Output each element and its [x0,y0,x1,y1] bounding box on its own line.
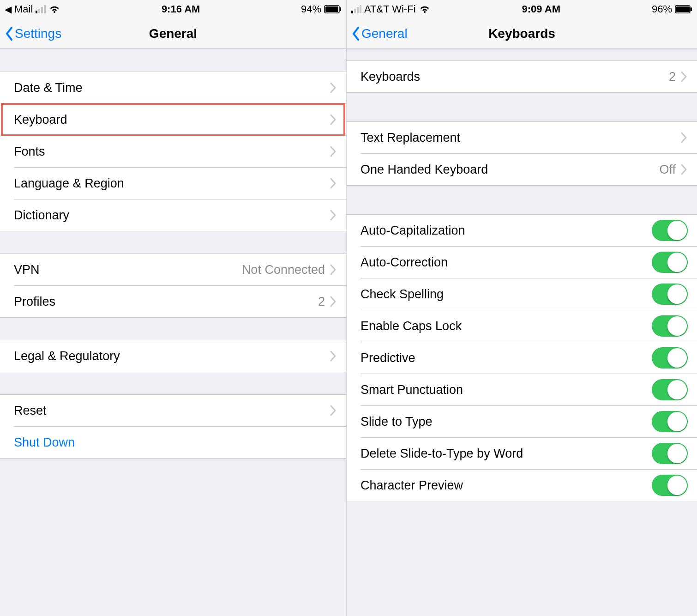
row-reset[interactable]: Reset [0,395,346,426]
row-label: Profiles [14,295,318,309]
chevron-right-icon [330,264,337,276]
carrier-label: AT&T Wi-Fi [364,3,416,15]
battery-icon [324,5,342,13]
status-time: 9:16 AM [162,3,200,15]
row-label: Reset [14,404,330,418]
row-label: Enable Caps Lock [361,319,652,333]
row-value: 2 [318,295,325,309]
row-predictive: Predictive [347,342,697,374]
svg-rect-1 [325,6,338,12]
row-label: Keyboard [14,113,330,127]
chevron-left-icon [351,26,361,41]
row-value: Not Connected [242,263,325,277]
chevron-right-icon [330,296,337,308]
nav-bar: Settings General [0,18,346,49]
status-bar: AT&T Wi-Fi 9:09 AM 96% [347,0,697,18]
toggle-enable-caps-lock[interactable] [652,315,688,337]
chevron-left-icon [5,26,14,41]
toggle-group: Auto-Capitalization Auto-Correction Chec… [347,215,697,501]
toggle-character-preview[interactable] [652,475,688,496]
row-legal[interactable]: Legal & Regulatory [0,340,346,372]
row-delete-slide-to-type-by-word: Delete Slide-to-Type by Word [347,438,697,469]
chevron-right-icon [330,114,337,126]
row-label: Dictionary [14,208,330,223]
row-keyboards[interactable]: Keyboards 2 [347,61,697,92]
toggle-auto-capitalization[interactable] [652,220,688,241]
row-date-time[interactable]: Date & Time [0,72,346,103]
chevron-right-icon [330,177,337,189]
nav-back-label: General [361,26,408,41]
wifi-icon [48,5,60,14]
screen-keyboards: AT&T Wi-Fi 9:09 AM 96% General Keyboards… [346,0,697,616]
row-smart-punctuation: Smart Punctuation [347,374,697,405]
settings-group-1: Date & Time Keyboard Fonts Language & Re… [0,72,346,231]
cellular-signal-icon [351,5,361,13]
row-one-handed-keyboard[interactable]: One Handed Keyboard Off [347,154,697,185]
settings-group-2: VPN Not Connected Profiles 2 [0,254,346,317]
row-enable-caps-lock: Enable Caps Lock [347,310,697,342]
row-label: Language & Region [14,176,330,191]
chevron-right-icon [680,163,688,175]
row-label: Character Preview [361,478,652,493]
back-to-app-label[interactable]: Mail [14,3,33,15]
wifi-icon [419,5,431,14]
battery-icon [675,5,692,13]
row-auto-correction: Auto-Correction [347,247,697,278]
svg-rect-5 [691,7,692,11]
row-label: Date & Time [14,81,330,95]
chevron-right-icon [330,82,337,94]
nav-bar: General Keyboards [347,18,697,49]
status-bar: ◀ Mail 9:16 AM 94% [0,0,346,18]
row-dictionary[interactable]: Dictionary [0,199,346,231]
cellular-signal-icon [36,5,46,13]
row-label: Legal & Regulatory [14,349,330,363]
row-label: Check Spelling [361,287,652,302]
row-text-replacement[interactable]: Text Replacement [347,122,697,153]
toggle-smart-punctuation[interactable] [652,379,688,400]
row-label: Delete Slide-to-Type by Word [361,447,652,461]
battery-percent: 94% [301,3,321,15]
row-shut-down[interactable]: Shut Down [0,427,346,458]
row-label: Auto-Correction [361,255,652,270]
row-language-region[interactable]: Language & Region [0,168,346,199]
toggle-slide-to-type[interactable] [652,411,688,432]
row-label: Keyboards [361,70,669,84]
status-time: 9:09 AM [522,3,561,15]
row-label: Smart Punctuation [361,383,652,397]
nav-back[interactable]: Settings [5,26,61,41]
row-character-preview: Character Preview [347,470,697,501]
row-label: Slide to Type [361,415,652,429]
nav-back-label: Settings [15,26,61,41]
row-keyboard[interactable]: Keyboard [0,104,346,135]
row-fonts[interactable]: Fonts [0,136,346,167]
row-label: Fonts [14,145,330,159]
row-label: Text Replacement [361,131,680,145]
toggle-auto-correction[interactable] [652,252,688,273]
row-label: Auto-Capitalization [361,223,652,238]
chevron-right-icon [680,132,688,144]
chevron-right-icon [330,350,337,362]
row-slide-to-type: Slide to Type [347,406,697,437]
chevron-right-icon [330,145,337,157]
row-label: VPN [14,263,242,277]
row-profiles[interactable]: Profiles 2 [0,286,346,317]
row-check-spelling: Check Spelling [347,278,697,310]
row-vpn[interactable]: VPN Not Connected [0,254,346,285]
chevron-right-icon [330,209,337,221]
settings-group-3: Legal & Regulatory [0,340,346,372]
toggle-delete-slide-word[interactable] [652,443,688,464]
chevron-right-icon [330,405,337,417]
battery-percent: 96% [652,3,672,15]
svg-rect-2 [340,7,341,11]
row-auto-capitalization: Auto-Capitalization [347,215,697,246]
toggle-predictive[interactable] [652,347,688,368]
screen-general: ◀ Mail 9:16 AM 94% Settings General Date [0,0,346,616]
row-label: Shut Down [14,435,337,450]
toggle-check-spelling[interactable] [652,284,688,305]
row-label: Predictive [361,351,652,365]
back-to-app-icon[interactable]: ◀ [5,4,12,15]
chevron-right-icon [680,71,688,83]
row-value: Off [659,163,676,177]
nav-back[interactable]: General [351,26,408,41]
settings-group-4: Reset Shut Down [0,395,346,458]
